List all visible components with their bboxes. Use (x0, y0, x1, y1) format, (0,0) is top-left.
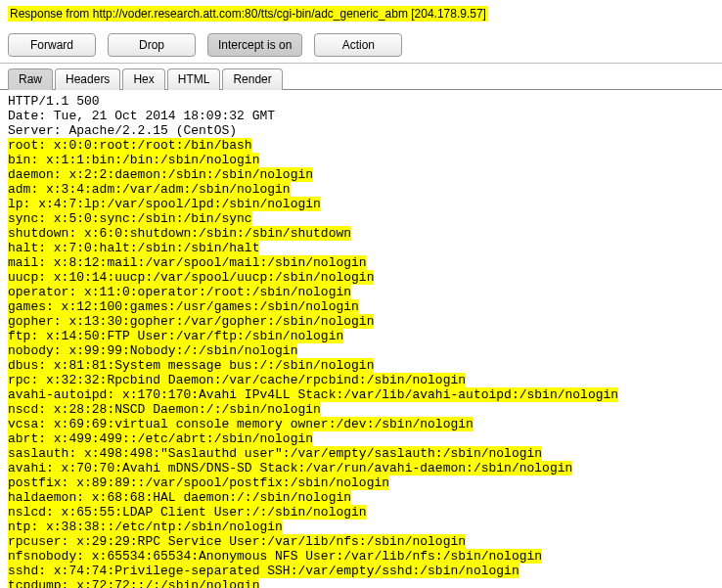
action-button[interactable]: Action (314, 33, 402, 57)
drop-button[interactable]: Drop (108, 33, 196, 57)
passwd-entry-line: nslcd: x:65:55:LDAP Client User:/:/sbin/… (8, 505, 714, 520)
passwd-entry-line: rpcuser: x:29:29:RPC Service User:/var/l… (8, 534, 714, 549)
tab-hex[interactable]: Hex (122, 68, 164, 90)
passwd-entry-line: sshd: x:74:74:Privilege-separated SSH:/v… (8, 564, 714, 578)
response-header-line: Date: Tue, 21 Oct 2014 18:09:32 GMT (8, 109, 714, 123)
passwd-entry-line: avahi: x:70:70:Avahi mDNS/DNS-SD Stack:/… (8, 461, 714, 475)
passwd-entry-line: haldaemon: x:68:68:HAL daemon:/:/sbin/no… (8, 490, 714, 505)
forward-button[interactable]: Forward (8, 33, 96, 57)
passwd-entry-line: bin: x:1:1:bin:/bin:/sbin/nologin (8, 153, 714, 167)
passwd-entry-line: saslauth: x:498:498:"Saslauthd user":/va… (8, 446, 714, 461)
intercept-button[interactable]: Intercept is on (207, 33, 302, 57)
passwd-entry-line: operator: x:11:0:operator:/root:/sbin/no… (8, 285, 714, 299)
passwd-entry-line: mail: x:8:12:mail:/var/spool/mail:/sbin/… (8, 255, 714, 270)
passwd-entry-line: tcpdump: x:72:72::/:/sbin/nologin (8, 578, 714, 588)
passwd-entry-line: halt: x:7:0:halt:/sbin:/sbin/halt (8, 241, 714, 255)
passwd-entry-line: dbus: x:81:81:System message bus:/:/sbin… (8, 358, 714, 373)
tab-raw[interactable]: Raw (8, 68, 53, 90)
passwd-entry-line: root: x:0:0:root:/root:/bin/bash (8, 138, 714, 153)
passwd-entry-line: rpc: x:32:32:Rpcbind Daemon:/var/cache/r… (8, 373, 714, 387)
passwd-entry-line: lp: x:4:7:lp:/var/spool/lpd:/sbin/nologi… (8, 197, 714, 211)
view-tabs: Raw Headers Hex HTML Render (0, 63, 722, 90)
passwd-entry-line: ntp: x:38:38::/etc/ntp:/sbin/nologin (8, 520, 714, 534)
passwd-entry-line: gopher: x:13:30:gopher:/var/gopher:/sbin… (8, 314, 714, 329)
response-header: Response from http://voder.research.att.… (0, 0, 722, 27)
passwd-entry-line: games: x:12:100:games:/usr/games:/sbin/n… (8, 299, 714, 314)
passwd-entry-line: nscd: x:28:28:NSCD Daemon:/:/sbin/nologi… (8, 402, 714, 417)
passwd-entry-line: abrt: x:499:499::/etc/abrt:/sbin/nologin (8, 431, 714, 446)
tab-headers[interactable]: Headers (55, 68, 120, 90)
response-from-label: Response from http://voder.research.att.… (8, 6, 488, 22)
passwd-entry-line: postfix: x:89:89::/var/spool/postfix:/sb… (8, 475, 714, 490)
tab-render[interactable]: Render (222, 68, 282, 90)
passwd-entry-line: adm: x:3:4:adm:/var/adm:/sbin/nologin (8, 182, 714, 197)
passwd-entry-line: avahi-autoipd: x:170:170:Avahi IPv4LL St… (8, 387, 714, 402)
tab-html[interactable]: HTML (167, 68, 221, 90)
passwd-entry-line: shutdown: x:6:0:shutdown:/sbin:/sbin/shu… (8, 226, 714, 241)
response-header-line: HTTP/1.1 500 (8, 94, 714, 109)
passwd-entry-line: sync: x:5:0:sync:/sbin:/bin/sync (8, 211, 714, 226)
action-button-row: Forward Drop Intercept is on Action (0, 27, 722, 63)
passwd-entry-line: vcsa: x:69:69:virtual console memory own… (8, 417, 714, 431)
passwd-entry-line: ftp: x:14:50:FTP User:/var/ftp:/sbin/nol… (8, 329, 714, 343)
response-body: HTTP/1.1 500Date: Tue, 21 Oct 2014 18:09… (0, 90, 722, 588)
passwd-entry-line: nfsnobody: x:65534:65534:Anonymous NFS U… (8, 549, 714, 564)
response-header-line: Server: Apache/2.2.15 (CentOS) (8, 123, 714, 138)
passwd-entry-line: uucp: x:10:14:uucp:/var/spool/uucp:/sbin… (8, 270, 714, 285)
passwd-entry-line: nobody: x:99:99:Nobody:/:/sbin/nologin (8, 343, 714, 358)
passwd-entry-line: daemon: x:2:2:daemon:/sbin:/sbin/nologin (8, 167, 714, 182)
